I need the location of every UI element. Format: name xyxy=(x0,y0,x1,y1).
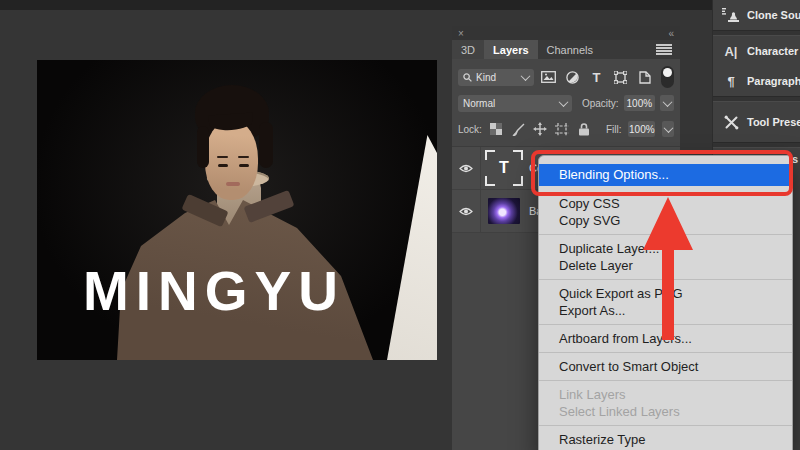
panel-tab-bar: 3D Layers Channels xyxy=(452,40,680,59)
fill-input[interactable]: 100% xyxy=(628,121,655,137)
panel-header: × « xyxy=(452,26,680,40)
workspace-top-strip xyxy=(0,0,712,10)
canvas-text-mingyu: MINGYU xyxy=(83,264,423,319)
panel-menu-icon[interactable] xyxy=(656,44,672,55)
menu-item-delete-layer[interactable]: Delete Layer xyxy=(539,257,792,274)
character-panel-icon: A| xyxy=(721,44,741,59)
menu-item-artboard-from-layers[interactable]: Artboard from Layers... xyxy=(539,330,792,347)
dock-button-tool-presets[interactable]: Tool Presets xyxy=(713,102,800,142)
lock-row: Lock: Fill: 100% xyxy=(458,116,674,142)
galaxy-thumbnail-image xyxy=(488,198,520,224)
text-layer-thumbnail[interactable]: T xyxy=(485,150,523,186)
menu-separator xyxy=(539,279,792,280)
toggle-ball xyxy=(663,68,672,77)
blend-mode-dropdown[interactable]: Normal xyxy=(458,95,572,112)
close-icon[interactable]: × xyxy=(458,28,464,39)
menu-item-link-layers: Link Layers xyxy=(539,386,792,403)
menu-separator xyxy=(539,352,792,353)
opacity-input[interactable]: 100% xyxy=(624,95,656,111)
dock-button-paragraph[interactable]: ¶ Paragraph xyxy=(713,66,800,96)
filter-row: Kind T xyxy=(458,64,674,90)
lock-label: Lock: xyxy=(458,124,482,135)
filter-shape-layers-icon[interactable] xyxy=(611,69,630,86)
image-layer-thumbnail[interactable] xyxy=(485,193,523,229)
photo-canvas[interactable]: MINGYU xyxy=(37,60,437,360)
lock-all-icon[interactable] xyxy=(577,122,592,137)
menu-item-blending-options[interactable]: Blending Options... xyxy=(539,164,792,186)
fill-label: Fill: xyxy=(606,124,622,135)
chevron-down-icon xyxy=(558,97,568,107)
tab-channels[interactable]: Channels xyxy=(538,40,602,59)
opacity-dropdown-button[interactable] xyxy=(660,95,674,111)
filter-type-layers-icon[interactable]: T xyxy=(587,69,606,86)
lock-artboard-icon[interactable] xyxy=(555,122,570,137)
subject-eye-left xyxy=(218,164,228,167)
filter-pixel-layers-icon[interactable] xyxy=(539,69,558,86)
clone-stamp-icon xyxy=(721,7,741,23)
collapse-panel-icon[interactable]: « xyxy=(668,28,674,39)
chevron-down-icon xyxy=(663,123,673,133)
lock-pixels-brush-icon[interactable] xyxy=(511,122,526,137)
filter-kind-dropdown[interactable]: Kind xyxy=(458,69,534,86)
lock-position-move-icon[interactable] xyxy=(533,122,548,137)
menu-separator xyxy=(539,425,792,426)
filter-on-off-toggle[interactable] xyxy=(661,66,674,88)
subject-hair-right xyxy=(259,122,273,168)
dock-label: Tool Presets xyxy=(747,116,800,128)
tab-3d[interactable]: 3D xyxy=(452,40,484,59)
menu-separator xyxy=(539,380,792,381)
tab-layers[interactable]: Layers xyxy=(484,40,537,59)
dock-label: Character xyxy=(747,45,798,57)
paragraph-panel-icon: ¶ xyxy=(721,74,741,89)
dock-divider xyxy=(713,142,800,148)
filter-smart-objects-icon[interactable] xyxy=(635,69,654,86)
fill-dropdown-button[interactable] xyxy=(662,121,674,137)
subject-lips xyxy=(226,182,240,186)
dock-button-clone-source[interactable]: Clone Source xyxy=(713,0,800,30)
menu-item-quick-export-png[interactable]: Quick Export as PNG xyxy=(539,285,792,302)
menu-item-export-as[interactable]: Export As... xyxy=(539,302,792,319)
subject-eye-right xyxy=(239,164,249,167)
visibility-eye-icon[interactable] xyxy=(452,147,481,189)
menu-item-copy-svg[interactable]: Copy SVG xyxy=(539,212,792,229)
blend-mode-value: Normal xyxy=(463,98,556,109)
menu-item-convert-smart-object[interactable]: Convert to Smart Object xyxy=(539,358,792,375)
type-layer-icon: T xyxy=(488,155,520,181)
menu-item-select-linked-layers: Select Linked Layers xyxy=(539,403,792,420)
menu-item-rasterize-type[interactable]: Rasterize Type xyxy=(539,431,792,448)
blend-row: Normal Opacity: 100% xyxy=(458,90,674,116)
lock-transparency-icon[interactable] xyxy=(489,122,504,137)
dock-label: Clone Source xyxy=(747,9,800,21)
subject-brow-left xyxy=(217,156,228,158)
dock-label: Paragraph xyxy=(747,75,800,87)
menu-item-duplicate-layer[interactable]: Duplicate Layer... xyxy=(539,240,792,257)
tool-presets-icon xyxy=(721,115,741,130)
visibility-eye-icon[interactable] xyxy=(452,190,481,232)
filter-kind-label: Kind xyxy=(476,72,518,83)
menu-separator xyxy=(539,234,792,235)
filter-adjustment-layers-icon[interactable] xyxy=(563,69,582,86)
menu-separator xyxy=(539,324,792,325)
subject-hair-left xyxy=(197,126,209,168)
subject-face xyxy=(205,120,258,200)
subject-brow-right xyxy=(238,156,249,158)
layer-context-menu: Blending Options... Copy CSS Copy SVG Du… xyxy=(538,155,793,450)
opacity-label: Opacity: xyxy=(582,98,619,109)
chevron-down-icon xyxy=(662,97,672,107)
search-icon xyxy=(463,73,472,82)
menu-item-copy-css[interactable]: Copy CSS xyxy=(539,195,792,212)
chevron-down-icon xyxy=(521,71,531,81)
dock-button-character[interactable]: A| Character xyxy=(713,36,800,66)
